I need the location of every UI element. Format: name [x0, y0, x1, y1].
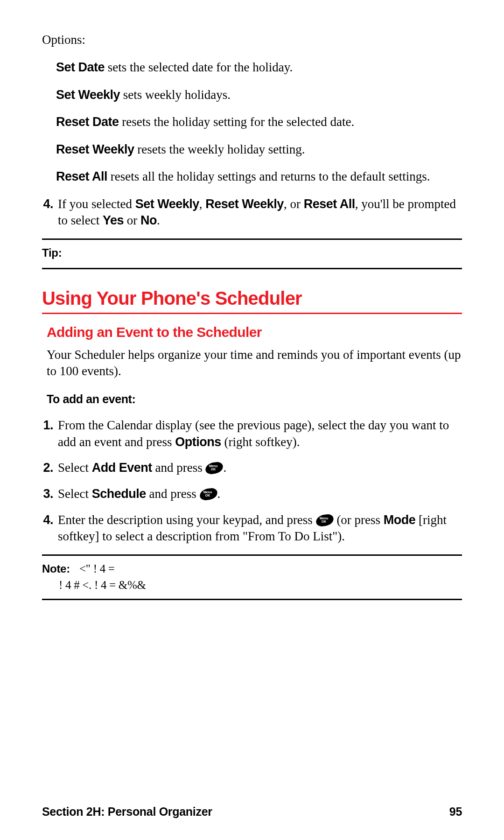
page-footer: Section 2H: Personal Organizer 95 [42, 805, 462, 819]
option-desc: resets the holiday setting for the selec… [119, 115, 355, 129]
option-desc: resets all the holiday settings and retu… [107, 169, 430, 183]
step-marker: 1. [42, 417, 58, 450]
bold-term: Schedule [92, 487, 146, 501]
option-desc: sets weekly holidays. [120, 88, 231, 102]
text: Enter the description using your keypad,… [58, 513, 316, 527]
step-marker: 4. [42, 512, 58, 545]
text: (right softkey). [221, 435, 300, 449]
note-text: <" ! 4 = [79, 562, 115, 575]
tip-label: Tip: [42, 244, 462, 262]
list-item: 1. From the Calendar display (see the pr… [42, 417, 462, 450]
step-marker: 2. [42, 460, 58, 476]
option-name: Set Weekly [56, 88, 120, 102]
option-item: Reset Weekly resets the weekly holiday s… [56, 141, 462, 158]
note-box: Note:<" ! 4 = ! 4 # <. ! 4 = &%& [42, 554, 462, 600]
note-label: Note: [42, 561, 79, 577]
text: and press [152, 461, 206, 475]
step-body: Select Schedule and press . [58, 486, 462, 503]
list-item: 2. Select Add Event and press . [42, 460, 462, 476]
text: or [124, 213, 140, 227]
option-item: Set Weekly sets weekly holidays. [56, 87, 462, 103]
option-name: Reset Weekly [56, 142, 134, 156]
bold-term: Reset Weekly [205, 197, 284, 211]
option-name: Reset Date [56, 115, 119, 129]
footer-section: Section 2H: Personal Organizer [42, 805, 212, 819]
text: , [199, 197, 206, 211]
option-item: Reset All resets all the holiday setting… [56, 168, 462, 185]
document-page: Options: Set Date sets the selected date… [0, 0, 504, 840]
list-item: 4. Enter the description using your keyp… [42, 512, 462, 545]
bold-term: No [140, 213, 157, 227]
bold-term: Reset All [304, 197, 355, 211]
list-item: 4. If you selected Set Weekly, Reset Wee… [42, 196, 462, 229]
options-heading: Options: [42, 33, 462, 47]
step-marker: 4. [42, 196, 58, 229]
note-line: ! 4 # <. ! 4 = &%& [42, 577, 462, 593]
text: , or [284, 197, 304, 211]
heading-1: Using Your Phone's Scheduler [42, 288, 462, 314]
menu-ok-key-icon [205, 462, 224, 475]
step-body: If you selected Set Weekly, Reset Weekly… [58, 196, 462, 229]
step-body: From the Calendar display (see the previ… [58, 417, 462, 450]
text: . [157, 213, 160, 227]
text: Select [58, 461, 92, 475]
option-desc: resets the weekly holiday setting. [134, 142, 305, 156]
step-body: Enter the description using your keypad,… [58, 512, 462, 545]
steps-list: 1. From the Calendar display (see the pr… [42, 417, 462, 545]
option-item: Set Date sets the selected date for the … [56, 59, 462, 76]
bold-term: Options [175, 435, 221, 449]
note-line: Note:<" ! 4 = [42, 560, 462, 577]
footer-page-number: 95 [449, 805, 462, 819]
text: If you selected [58, 197, 135, 211]
divider [42, 268, 462, 269]
bold-term: Yes [103, 213, 124, 227]
subheading: To add an event: [42, 392, 462, 406]
text: (or press [334, 513, 384, 527]
option-item: Reset Date resets the holiday setting fo… [56, 114, 462, 130]
continuation-step: 4. If you selected Set Weekly, Reset Wee… [42, 196, 462, 229]
heading-2: Adding an Event to the Scheduler [47, 324, 462, 340]
bold-term: Set Weekly [135, 197, 199, 211]
text: Select [58, 487, 92, 501]
text: . [223, 461, 226, 475]
step-marker: 3. [42, 486, 58, 503]
bold-term: Add Event [92, 461, 152, 475]
list-item: 3. Select Schedule and press . [42, 486, 462, 503]
step-body: Select Add Event and press . [58, 460, 462, 476]
text: . [217, 487, 221, 501]
option-name: Set Date [56, 60, 105, 74]
menu-ok-key-icon [199, 488, 218, 501]
menu-ok-key-icon [315, 513, 334, 527]
bold-term: Mode [384, 513, 416, 527]
option-desc: sets the selected date for the holiday. [105, 60, 293, 74]
option-name: Reset All [56, 169, 107, 183]
intro-paragraph: Your Scheduler helps organize your time … [42, 347, 462, 379]
text: and press [146, 487, 200, 501]
divider [42, 238, 462, 240]
options-list: Set Date sets the selected date for the … [42, 59, 462, 185]
